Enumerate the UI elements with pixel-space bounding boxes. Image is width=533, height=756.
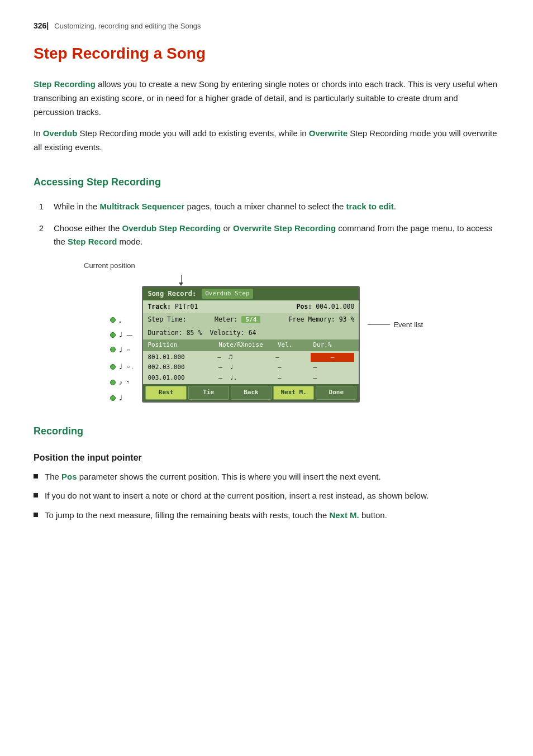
event-list-label: Event list (368, 319, 423, 331)
pos-val: 004.01.000 (316, 303, 354, 310)
btn-next-m[interactable]: Next M. (273, 386, 314, 400)
sub-title: Position the input pointer (34, 451, 499, 465)
bullet-square-1 (34, 474, 38, 479)
bullet-item-3: To jump to the next measure, filling the… (34, 509, 499, 523)
note-row-3: ♩ ○ (110, 344, 134, 356)
table-header: Position Note/RXnoise Vel. Dur.% (143, 339, 359, 351)
meter-val: 5/4 (241, 316, 260, 323)
note-row-6: ♩ (110, 393, 134, 404)
page-subtitle: Customizing, recording and editing the S… (54, 21, 201, 32)
diagram-top-label: Current position (84, 260, 135, 271)
screen-step-meter: Step Time: Meter: 5/4 Free Memory: 93 % (143, 313, 359, 327)
note-dot-5 (110, 380, 116, 385)
bullet-square-3 (34, 513, 38, 517)
note-row-2: ♩ — (110, 329, 134, 341)
table-row-3: 003.01.000 — ♩. — — (143, 373, 359, 384)
table-row-1: 801.01.000 — ♬ — — (143, 352, 359, 363)
main-title: Step Recording a Song (34, 42, 499, 65)
screen-buttons: Rest Tie Back Next M. Done (143, 384, 359, 401)
step-num-1: 1 (34, 200, 44, 214)
step-num-2: 2 (34, 222, 44, 250)
screen-header-label: Song Record: (147, 289, 196, 299)
diagram-area: Current position 𝅗 ♩ — ♩ ○ (34, 260, 499, 404)
note-dot-4 (110, 364, 116, 370)
step-1: 1 While in the Multitrack Sequencer page… (34, 200, 499, 214)
bullet-item-1: The Pos parameter shows the current posi… (34, 470, 499, 484)
btn-done[interactable]: Done (316, 386, 356, 400)
screen-mode: Overdub Step (202, 289, 253, 299)
bullet-list: The Pos parameter shows the current posi… (34, 470, 499, 523)
diagram-wrapper: 𝅗 ♩ — ♩ ○ ♩ ○ . ♪ 𝄾 (110, 286, 423, 404)
bullet-square-2 (34, 493, 38, 497)
screen-header: Song Record: Overdub Step (143, 287, 359, 301)
note-dot-3 (110, 347, 116, 352)
page-number: 326| (34, 20, 49, 32)
intro-para2: In Overdub Step Recording mode you will … (34, 127, 499, 155)
note-dot-2 (110, 332, 116, 338)
highlight-overdub: Overdub (43, 128, 78, 138)
event-list-text: Event list (393, 319, 423, 331)
btn-tie[interactable]: Tie (188, 386, 229, 400)
highlight-track-edit: track to edit (346, 202, 394, 211)
note-row-4: ♩ ○ . (110, 361, 134, 372)
bullet-item-2: If you do not want to insert a note or c… (34, 489, 499, 503)
numbered-steps: 1 While in the Multitrack Sequencer page… (34, 200, 499, 249)
intro-para1: Step Recording allows you to create a ne… (34, 78, 499, 119)
recording-section: Recording Position the input pointer The… (34, 424, 499, 523)
step-2: 2 Choose either the Overdub Step Recordi… (34, 222, 499, 250)
section2-title: Recording (34, 424, 499, 439)
highlight-overwrite-step: Overwrite Step Recording (233, 223, 336, 233)
note-dot-1 (110, 317, 116, 323)
highlight-next-m: Next M. (329, 510, 359, 520)
arrow-line (368, 324, 390, 325)
highlight-multitrack: Multitrack Sequencer (100, 202, 185, 211)
highlight-step-record: Step Record (68, 237, 117, 246)
note-row-5: ♪ 𝄾 (110, 376, 134, 389)
bullet-text-2: If you do not want to insert a note or c… (45, 489, 429, 503)
btn-rest[interactable]: Rest (145, 386, 186, 400)
highlight-overwrite: Overwrite (309, 128, 348, 138)
track-val: P1Tr01 (175, 303, 198, 310)
step-time-label: Step Time: (147, 315, 186, 324)
btn-back[interactable]: Back (231, 386, 272, 400)
highlight-step-recording: Step Recording (34, 79, 96, 89)
screen-display: Song Record: Overdub Step Track: P1Tr01 … (142, 286, 360, 403)
table-rows: 801.01.000 — ♬ — — 002.03.000 — ♩ — — 00… (143, 351, 359, 385)
table-row-2: 002.03.000 — ♩ — — (143, 362, 359, 373)
section1-title: Accessing Step Recording (34, 175, 499, 190)
highlight-overdub-step: Overdub Step Recording (122, 223, 221, 233)
screen-track-pos: Track: P1Tr01 Pos: 004.01.000 (143, 300, 359, 313)
page-header: 326| Customizing, recording and editing … (34, 20, 499, 32)
highlight-pos: Pos (61, 472, 77, 481)
note-dot-6 (110, 395, 116, 401)
note-row-1: 𝅗 (110, 315, 134, 326)
screen-dur-vel: Duration: 85 % Velocity: 64 (143, 327, 359, 339)
